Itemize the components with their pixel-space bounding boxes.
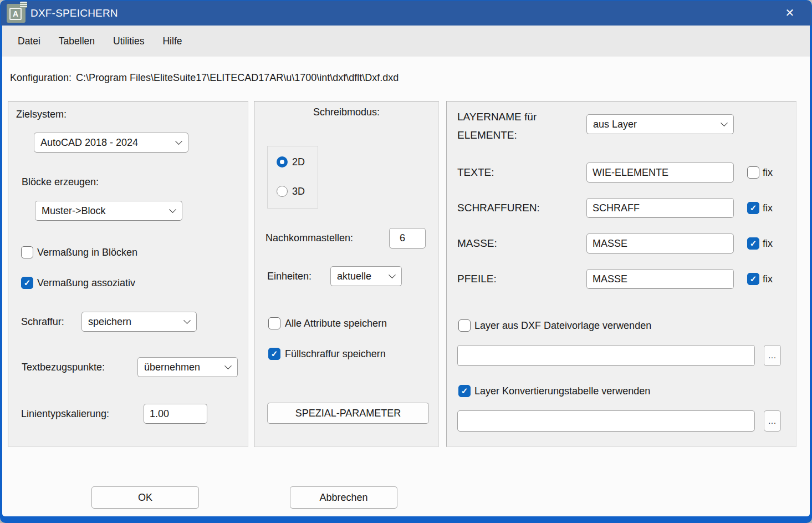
einheiten-label: Einheiten: bbox=[267, 270, 311, 282]
bloecke-erzeugen-label: Blöcke erzeugen: bbox=[22, 176, 99, 188]
dateivorlage-checkbox[interactable] bbox=[458, 319, 471, 332]
menu-item-hilfe[interactable]: Hilfe bbox=[162, 35, 182, 47]
masse-fix-checkbox[interactable] bbox=[747, 237, 759, 250]
window-title: DXF-SPEICHERN bbox=[30, 1, 118, 26]
layers-badge-icon bbox=[20, 2, 27, 8]
zielsystem-value: AutoCAD 2018 - 2024 bbox=[40, 137, 138, 149]
dateivorlage-label[interactable]: Layer aus DXF Dateivorlage verwenden bbox=[474, 319, 651, 332]
fuellschraffur-checkbox[interactable] bbox=[268, 348, 280, 360]
mode-2d-radio[interactable] bbox=[277, 156, 288, 167]
vermassung-assoziativ-label[interactable]: Vermaßung assoziativ bbox=[37, 277, 135, 289]
einheiten-value: aktuelle bbox=[337, 271, 371, 282]
panel-general: Zielsystem: AutoCAD 2018 - 2024 Blöcke e… bbox=[8, 101, 248, 447]
bloecke-erzeugen-select[interactable]: Muster->Block bbox=[35, 201, 182, 221]
dxf-speichern-dialog: A DXF-SPEICHERN ✕ Datei Tabellen Utiliti… bbox=[0, 0, 812, 523]
layername-label-line1: LAYERNAME für bbox=[457, 111, 537, 123]
schraffur-value: speichern bbox=[88, 316, 131, 328]
menu-item-datei[interactable]: Datei bbox=[18, 35, 40, 47]
app-icon-letter: A bbox=[9, 8, 22, 20]
zielsystem-select[interactable]: AutoCAD 2018 - 2024 bbox=[34, 133, 188, 153]
dimension-mode-group: 2D 3D bbox=[267, 146, 318, 209]
pfeile-fix-checkbox[interactable] bbox=[747, 273, 759, 285]
texte-fix-checkbox[interactable] bbox=[747, 166, 759, 179]
schreibmodus-title: Schreibmodus: bbox=[254, 106, 438, 118]
mode-2d-label[interactable]: 2D bbox=[292, 156, 305, 168]
chevron-down-icon bbox=[169, 206, 176, 213]
pfeile-label: PFEILE: bbox=[457, 273, 497, 285]
konvertierung-browse-button[interactable]: ... bbox=[764, 410, 781, 431]
nachkommastellen-label: Nachkommastellen: bbox=[265, 232, 353, 244]
schraffuren-input[interactable] bbox=[586, 198, 734, 218]
title-bar[interactable]: A DXF-SPEICHERN ✕ bbox=[1, 1, 811, 26]
app-icon: A bbox=[7, 4, 25, 23]
schraffuren-label: SCHRAFFUREN: bbox=[457, 202, 540, 214]
konvertierung-path-input[interactable] bbox=[457, 410, 755, 431]
vermassung-in-bloecken-checkbox[interactable] bbox=[21, 246, 33, 258]
panel-schreibmodus: Schreibmodus: 2D 3D Nachkommastellen: Ei… bbox=[254, 101, 439, 447]
chevron-down-icon bbox=[721, 119, 728, 126]
bloecke-erzeugen-value: Muster->Block bbox=[42, 205, 106, 217]
vermassung-assoziativ-checkbox[interactable] bbox=[21, 277, 33, 289]
texte-fix-label[interactable]: fix bbox=[763, 166, 773, 179]
close-icon[interactable]: ✕ bbox=[782, 1, 798, 26]
schraffuren-fix-label[interactable]: fix bbox=[763, 202, 773, 214]
menu-item-utilities[interactable]: Utilities bbox=[113, 35, 144, 47]
mode-3d-label[interactable]: 3D bbox=[292, 185, 305, 197]
chevron-down-icon bbox=[224, 362, 232, 369]
masse-label: MASSE: bbox=[457, 237, 497, 250]
dateivorlage-browse-button[interactable]: ... bbox=[764, 345, 781, 366]
cancel-button[interactable]: Abbrechen bbox=[290, 486, 397, 509]
menu-item-tabellen[interactable]: Tabellen bbox=[59, 35, 95, 47]
spezial-parameter-button[interactable]: SPEZIAL-PARAMETER bbox=[267, 403, 429, 424]
linientypskalierung-input[interactable] bbox=[144, 404, 207, 424]
panel-layer: LAYERNAME für ELEMENTE: aus Layer TEXTE:… bbox=[446, 101, 796, 447]
linientypskalierung-label: Linientypskalierung: bbox=[21, 408, 109, 420]
chevron-down-icon bbox=[389, 271, 396, 278]
konvertierung-checkbox[interactable] bbox=[458, 385, 471, 397]
schraffur-select[interactable]: speichern bbox=[81, 312, 197, 332]
configuration-path: C:\Program Files\EliteSuite17\ELITECAD17… bbox=[76, 72, 399, 83]
masse-fix-label[interactable]: fix bbox=[763, 237, 773, 250]
alle-attribute-checkbox[interactable] bbox=[268, 317, 280, 329]
schraffuren-fix-checkbox[interactable] bbox=[747, 202, 759, 214]
pfeile-fix-label[interactable]: fix bbox=[763, 273, 773, 285]
konvertierung-label[interactable]: Layer Konvertierungstabelle verwenden bbox=[474, 385, 650, 397]
textbezugspunkte-label: Textbezugspunkte: bbox=[22, 361, 105, 373]
menu-bar: Datei Tabellen Utilities Hilfe bbox=[2, 26, 810, 57]
textbezugspunkte-select[interactable]: übernehmen bbox=[137, 357, 238, 377]
configuration-label: Konfiguration: bbox=[10, 72, 72, 83]
configuration-row: Konfiguration:C:\Program Files\EliteSuit… bbox=[10, 72, 399, 84]
layername-label-line2: ELEMENTE: bbox=[457, 129, 517, 141]
alle-attribute-label[interactable]: Alle Attribute speichern bbox=[285, 317, 387, 329]
layername-select[interactable]: aus Layer bbox=[586, 114, 734, 134]
texte-label: TEXTE: bbox=[457, 166, 494, 179]
chevron-down-icon bbox=[175, 138, 182, 145]
einheiten-select[interactable]: aktuelle bbox=[330, 266, 402, 286]
dateivorlage-path-input[interactable] bbox=[457, 345, 755, 366]
layername-value: aus Layer bbox=[593, 119, 637, 130]
dialog-content: Datei Tabellen Utilities Hilfe Konfigura… bbox=[2, 26, 810, 516]
texte-input[interactable] bbox=[586, 163, 734, 182]
masse-input[interactable] bbox=[586, 233, 734, 253]
pfeile-input[interactable] bbox=[586, 269, 734, 289]
fuellschraffur-label[interactable]: Füllschraffur speichern bbox=[285, 348, 386, 360]
vermassung-in-bloecken-label[interactable]: Vermaßung in Blöcken bbox=[37, 246, 137, 258]
schraffur-label: Schraffur: bbox=[21, 316, 64, 328]
mode-3d-radio[interactable] bbox=[277, 186, 288, 197]
ok-button[interactable]: OK bbox=[91, 486, 199, 509]
chevron-down-icon bbox=[183, 317, 191, 324]
nachkommastellen-input[interactable] bbox=[389, 228, 426, 248]
textbezugspunkte-value: übernehmen bbox=[144, 362, 200, 373]
zielsystem-label: Zielsystem: bbox=[16, 108, 67, 120]
